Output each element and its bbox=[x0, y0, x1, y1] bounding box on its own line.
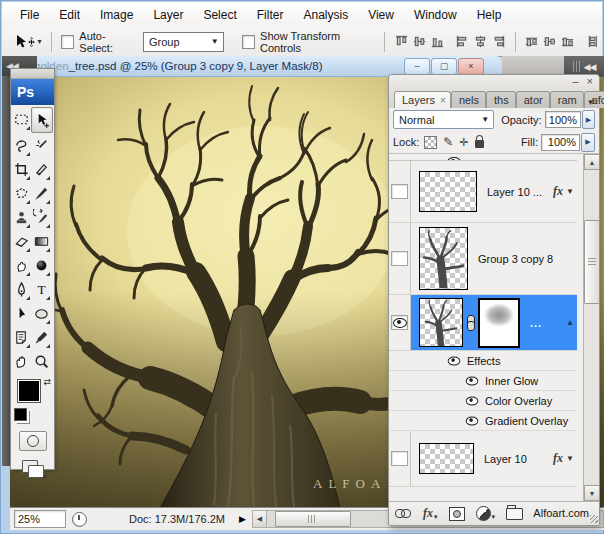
layer-mask-thumbnail[interactable] bbox=[478, 298, 520, 348]
eye-icon[interactable] bbox=[448, 356, 461, 365]
auto-select-checkbox[interactable] bbox=[61, 35, 74, 49]
tab-layers[interactable]: Layers× bbox=[394, 91, 451, 108]
chevron-down-icon[interactable]: ▼ bbox=[566, 454, 574, 463]
layer-name[interactable]: Layer 10 bbox=[484, 453, 527, 465]
chevron-down-icon[interactable]: ▼ bbox=[566, 187, 574, 196]
layer-thumbnail[interactable] bbox=[419, 443, 474, 474]
healing-patch-tool[interactable] bbox=[11, 181, 31, 205]
distribute-vcenter-button[interactable] bbox=[542, 33, 558, 50]
menu-select[interactable]: Select bbox=[193, 4, 246, 26]
notes-tool[interactable] bbox=[11, 325, 31, 349]
add-mask-button[interactable] bbox=[449, 507, 465, 521]
type-tool[interactable]: T bbox=[31, 277, 51, 301]
distribute-bottom-button[interactable] bbox=[560, 33, 576, 50]
burn-tool[interactable] bbox=[31, 253, 51, 277]
opacity-input[interactable]: 100% bbox=[545, 111, 581, 128]
layers-panel-header[interactable]: – × bbox=[389, 75, 599, 88]
screen-mode-button[interactable] bbox=[20, 458, 46, 478]
eye-icon[interactable] bbox=[466, 396, 479, 405]
effect-row-inner-glow[interactable]: Inner Glow bbox=[389, 371, 577, 391]
opacity-slider-arrow[interactable]: ▶ bbox=[582, 110, 595, 129]
menu-view[interactable]: View bbox=[358, 4, 404, 26]
timer-icon[interactable] bbox=[72, 512, 87, 527]
layers-scrollbar[interactable]: ▲ ▼ bbox=[583, 154, 599, 501]
adjustment-layer-button[interactable]: ▾ bbox=[476, 506, 496, 521]
default-colors-icon[interactable] bbox=[14, 408, 27, 421]
doc-restore-button[interactable]: ▢ bbox=[431, 58, 457, 75]
history-brush-tool[interactable] bbox=[31, 205, 51, 229]
magic-wand-tool[interactable] bbox=[31, 133, 51, 157]
menu-filter[interactable]: Filter bbox=[247, 4, 294, 26]
doc-close-button[interactable]: × bbox=[458, 58, 484, 75]
eye-icon[interactable] bbox=[466, 416, 479, 425]
layer-row-layer10[interactable]: Layer 10 fx ▼ bbox=[389, 431, 577, 487]
auto-select-dropdown[interactable]: Group ▼ bbox=[143, 32, 224, 52]
left-dock-strip[interactable] bbox=[2, 56, 10, 466]
align-top-button[interactable] bbox=[393, 33, 409, 50]
eraser-tool[interactable] bbox=[11, 229, 31, 253]
layer-row-group3copy8[interactable]: Group 3 copy 8 bbox=[389, 223, 577, 295]
tab-histogram[interactable]: ram bbox=[550, 91, 584, 108]
visibility-toggle[interactable] bbox=[389, 223, 411, 294]
eye-icon[interactable] bbox=[466, 376, 479, 385]
swap-colors-icon[interactable]: ⇄ bbox=[43, 377, 51, 387]
zoom-level-input[interactable]: 25% bbox=[14, 510, 66, 528]
distribute-top-button[interactable] bbox=[524, 33, 540, 50]
menu-file[interactable]: File bbox=[10, 4, 49, 26]
align-hcenter-button[interactable] bbox=[473, 33, 489, 50]
crop-tool[interactable] bbox=[11, 157, 31, 181]
layer-thumbnail[interactable] bbox=[419, 227, 468, 290]
align-left-button[interactable] bbox=[455, 33, 471, 50]
tab-close-icon[interactable]: × bbox=[440, 95, 446, 106]
fill-slider-arrow[interactable]: ▶ bbox=[581, 133, 595, 152]
panel-close-button[interactable]: × bbox=[587, 75, 593, 87]
clone-stamp-tool[interactable] bbox=[11, 205, 31, 229]
lasso-tool[interactable] bbox=[11, 133, 31, 157]
toolbox-drag-bar[interactable] bbox=[11, 69, 54, 79]
panel-minimize-button[interactable]: – bbox=[572, 75, 578, 87]
visibility-toggle[interactable] bbox=[389, 161, 411, 222]
pen-tool[interactable] bbox=[11, 277, 31, 301]
link-layers-button[interactable] bbox=[395, 509, 412, 518]
layer-style-button[interactable]: fx▾ bbox=[423, 506, 438, 521]
menu-edit[interactable]: Edit bbox=[49, 4, 90, 26]
effect-row-color-overlay[interactable]: Color Overlay bbox=[389, 391, 577, 411]
layer-thumbnail[interactable] bbox=[419, 171, 477, 212]
hscroll-thumb[interactable] bbox=[275, 511, 351, 527]
layer-name[interactable]: Group 3 copy 8 bbox=[478, 253, 553, 265]
visibility-toggle[interactable] bbox=[389, 431, 411, 486]
blend-mode-dropdown[interactable]: Normal ▼ bbox=[393, 110, 494, 129]
slice-tool[interactable] bbox=[31, 157, 51, 181]
eyedropper-tool[interactable] bbox=[31, 325, 51, 349]
quick-mask-button[interactable] bbox=[19, 431, 47, 451]
layer-row-selected[interactable]: ... ▲ bbox=[389, 295, 577, 351]
status-options-arrow[interactable]: ▶ bbox=[239, 514, 246, 524]
align-bottom-button[interactable] bbox=[430, 33, 446, 50]
layer-name[interactable]: Layer 10 ... bbox=[487, 186, 542, 198]
panel-menu-icon[interactable]: ▾≡ bbox=[588, 97, 596, 107]
chevron-up-icon[interactable]: ▲ bbox=[566, 318, 574, 327]
menu-help[interactable]: Help bbox=[467, 4, 512, 26]
lock-all-icon[interactable] bbox=[475, 140, 484, 148]
new-group-button[interactable] bbox=[506, 508, 523, 520]
mask-link-icon[interactable] bbox=[466, 315, 475, 330]
tab-navigator[interactable]: ator bbox=[516, 91, 550, 108]
layer-thumbnail[interactable] bbox=[419, 298, 463, 347]
zoom-tool[interactable] bbox=[31, 349, 51, 373]
lock-pixels-icon[interactable]: ✎ bbox=[443, 135, 453, 149]
brush-tool[interactable] bbox=[31, 181, 51, 205]
scroll-down-icon[interactable]: ▼ bbox=[584, 485, 599, 501]
layer-name[interactable]: ... bbox=[530, 317, 542, 329]
layer-row-layer10-fx[interactable]: Layer 10 ... fx ▼ bbox=[389, 161, 577, 223]
doc-minimize-button[interactable]: – bbox=[404, 58, 430, 75]
distribute-left-button[interactable] bbox=[585, 33, 601, 50]
move-tool-preset[interactable]: ▾ bbox=[10, 31, 44, 53]
resize-grip[interactable] bbox=[590, 515, 598, 523]
menu-image[interactable]: Image bbox=[90, 4, 143, 26]
show-transform-checkbox[interactable] bbox=[242, 35, 255, 49]
marquee-tool[interactable] bbox=[11, 107, 31, 131]
path-select-tool[interactable] bbox=[11, 301, 31, 325]
move-tool[interactable] bbox=[31, 107, 53, 133]
shape-tool[interactable] bbox=[31, 301, 51, 325]
fill-input[interactable]: 100% bbox=[541, 134, 580, 151]
